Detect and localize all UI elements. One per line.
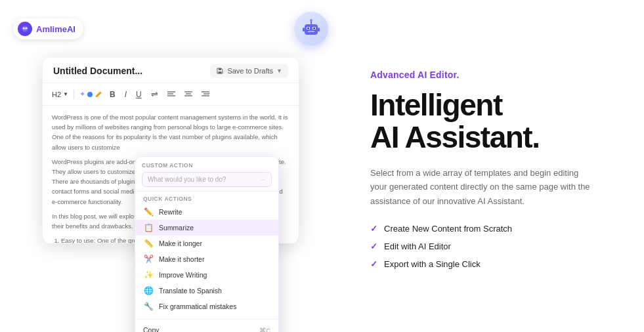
editor-header: Untitled Document... Save to Drafts ▼ (43, 58, 299, 83)
left-panel: AmlimeAI Untitl (0, 0, 341, 332)
custom-action-placeholder: What would you like to do? (148, 176, 226, 183)
logo-badge: AmlimeAI (13, 18, 83, 39)
pencil-icon[interactable] (95, 91, 102, 98)
fix-grammar-icon: 🔧 (143, 302, 154, 311)
link-button[interactable]: ⇌ (149, 88, 160, 100)
make-longer-label: Make it longer (159, 239, 202, 247)
rewrite-icon: ✏️ (143, 207, 154, 217)
svg-point-1 (23, 28, 25, 30)
italic-button[interactable]: I (123, 89, 129, 100)
menu-item-improve-writing[interactable]: ✨ Improve Writing (135, 267, 278, 283)
menu-item-summarize[interactable]: 📋 Summarize (135, 220, 278, 236)
heading-line1: Intelligent (370, 88, 502, 122)
feature-item-3: ✓ Export with a Single Click (370, 259, 615, 269)
rewrite-label: Rewrite (159, 208, 182, 216)
features-list: ✓ Create New Content from Scratch ✓ Edit… (370, 224, 615, 269)
svg-rect-13 (219, 72, 222, 73)
menu-item-make-shorter[interactable]: ✂️ Make it shorter (135, 251, 278, 267)
copy-label: Copy (143, 326, 160, 332)
bold-button[interactable]: B (108, 89, 118, 100)
heading-chevron-icon: ▼ (63, 91, 68, 97)
feature-item-2: ✓ Edit with AI Editor (370, 241, 615, 251)
align-left-button[interactable] (165, 89, 177, 100)
svg-point-0 (21, 25, 29, 33)
main-heading: Intelligent AI Assistant. (370, 89, 615, 154)
align-right-button[interactable] (200, 89, 211, 100)
menu-item-rewrite[interactable]: ✏️ Rewrite (135, 204, 278, 220)
summarize-icon: 📋 (143, 223, 154, 232)
heading-label: H2 (52, 91, 61, 98)
logo-text: AmlimeAI (36, 24, 75, 34)
svg-rect-11 (303, 28, 305, 31)
menu-item-fix-grammar[interactable]: 🔧 Fix grammatical mistakes (135, 299, 278, 314)
underline-button[interactable]: U (134, 89, 144, 100)
svg-rect-14 (219, 68, 221, 70)
fix-grammar-label: Fix grammatical mistakes (159, 302, 236, 310)
improve-writing-label: Improve Writing (159, 271, 207, 279)
summarize-label: Summarize (159, 224, 194, 232)
right-panel: Advanced AI Editor. Intelligent AI Assis… (341, 0, 644, 332)
custom-action-label: CUSTOM ACTION (142, 162, 272, 169)
svg-point-7 (313, 28, 315, 30)
heading-line2: AI Assistant. (370, 120, 539, 154)
make-longer-icon: 📏 (143, 239, 154, 248)
heading-select[interactable]: H2 ▼ (52, 91, 68, 98)
feature-label-3: Export with a Single Click (384, 259, 481, 269)
context-menu: CUSTOM ACTION What would you like to do?… (135, 156, 279, 332)
quick-actions-section: QUICK ACTIONS ✏️ Rewrite 📋 Summarize 📏 M… (135, 192, 278, 317)
save-to-drafts-button[interactable]: Save to Drafts ▼ (210, 64, 288, 77)
content-para1: WordPress is one of the most popular con… (52, 112, 290, 152)
description: Select from a wide array of templates an… (370, 166, 593, 208)
save-label: Save to Drafts (227, 67, 273, 75)
copy-paste-section: Copy ⌘C Paste ⌘V (135, 322, 278, 332)
feature-item-1: ✓ Create New Content from Scratch (370, 224, 615, 234)
toolbar-color-dots: ✦ (79, 90, 102, 98)
translate-label: Translate to Spanish (159, 287, 222, 295)
logo-icon (18, 22, 32, 36)
feature-label-1: Create New Content from Scratch (384, 224, 512, 234)
copy-shortcut: ⌘C (259, 327, 270, 333)
translate-icon: 🌐 (143, 286, 154, 295)
document-title: Untitled Document... (53, 66, 142, 76)
toolbar-divider (74, 90, 74, 99)
improve-writing-icon: ✨ (143, 270, 154, 280)
ai-badge: Advanced AI Editor. (370, 70, 615, 80)
svg-rect-8 (308, 31, 314, 32)
quick-actions-label: QUICK ACTIONS (135, 196, 278, 202)
feature-label-2: Edit with AI Editor (384, 241, 451, 251)
custom-action-section: CUSTOM ACTION What would you like to do?… (135, 157, 278, 192)
svg-rect-3 (305, 24, 318, 35)
svg-rect-12 (318, 28, 320, 31)
align-center-button[interactable] (182, 89, 194, 100)
svg-point-10 (310, 19, 312, 22)
menu-item-make-longer[interactable]: 📏 Make it longer (135, 236, 278, 251)
copy-item[interactable]: Copy ⌘C (135, 323, 278, 332)
svg-point-2 (26, 28, 28, 30)
menu-item-translate[interactable]: 🌐 Translate to Spanish (135, 283, 278, 299)
make-shorter-icon: ✂️ (143, 255, 154, 264)
custom-action-input[interactable]: What would you like to do? → (142, 172, 272, 187)
color-dot-blue[interactable] (87, 92, 93, 97)
toolbar: H2 ▼ ✦ B I U ⇌ (43, 83, 299, 106)
chevron-down-icon: ▼ (276, 68, 282, 74)
menu-divider (135, 319, 278, 320)
editor-card: Untitled Document... Save to Drafts ▼ H2… (43, 58, 299, 243)
make-shorter-label: Make it shorter (159, 255, 204, 263)
robot-icon (294, 12, 328, 46)
check-icon-3: ✓ (370, 259, 377, 269)
check-icon-1: ✓ (370, 224, 377, 234)
logo-bar: AmlimeAI (13, 12, 328, 46)
svg-point-6 (307, 28, 309, 30)
magic-icon: ✦ (79, 90, 85, 98)
check-icon-2: ✓ (370, 241, 377, 251)
custom-action-arrow-icon: → (259, 176, 266, 183)
